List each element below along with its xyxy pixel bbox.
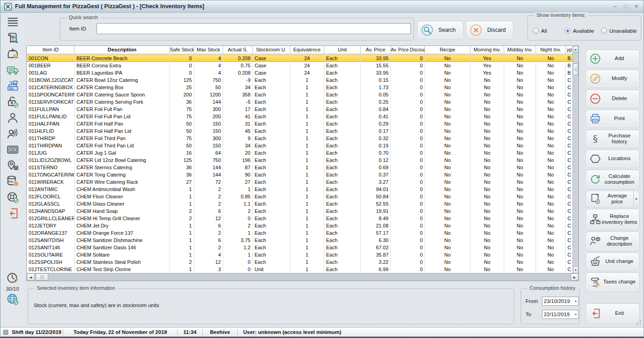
replace-inventory-items-button[interactable]: Replace inventory items [586,209,639,230]
cash-register-icon[interactable] [5,79,20,93]
table-row[interactable]: 001BEERBEER Corona Extra040.75Case24Each… [27,62,572,69]
user-id-icon[interactable] [5,127,20,141]
table-row[interactable]: 012SSPOLISHCHEM Stainless Steal Polish21… [27,258,572,266]
table-row[interactable]: 012ORANGE137CHEM Orange Force 137121Each… [27,229,572,237]
table-row[interactable]: 011THIRDPANCATER Foil Third Pan Lid50150… [27,142,572,149]
table-row[interactable]: 012HANDSOAPCHEM Hand Soap262Each1Each19.… [27,207,572,215]
table-row[interactable]: 012ANTIMICCHEM Antimicrobial Wash121Each… [27,186,572,193]
table-row[interactable]: 012SANITDISHCHEM Sanitizer Dishmachine16… [27,237,572,244]
column-header[interactable]: Unit [324,46,361,54]
table-row[interactable]: 011BOWL12OZCATCATER Bowl 12oz Catering12… [27,76,572,84]
database-icon[interactable] [5,175,20,188]
table-row[interactable]: 001CONBEER Concrete Beach040.208Case24Ea… [27,55,572,62]
table-row[interactable]: 011WIRERACKCATER Wire Catering Rack27722… [27,178,572,186]
unit-change-button[interactable]: Unit change [586,252,639,271]
shift-clock-icon[interactable] [5,272,20,285]
delivery-truck-icon[interactable] [5,63,20,77]
column-header[interactable]: Description [75,46,170,54]
vertical-scrollbar[interactable]: ▲ ▼ [572,46,578,273]
calculate-consumption-button[interactable]: Calculate consumption [586,170,639,189]
table-row[interactable]: 011LID12OZBOWLCATER Lid 12oz Bowl Cateri… [27,156,572,164]
table-row[interactable]: 001LAGBEER Lagunitas IPA040.208Case24Eac… [27,69,572,76]
radio-unavailable[interactable]: Unavailable [601,28,637,34]
intake-coins-icon[interactable] [5,47,20,61]
table-row[interactable]: 011STERNOCATER Sternos Catering3614487Ea… [27,164,572,171]
column-header[interactable]: Recipe [425,46,470,54]
exit-module-icon[interactable] [5,207,20,220]
print-button[interactable]: Print [586,110,639,128]
scroll-up-arrow-icon[interactable]: ▲ [573,46,578,53]
purchase-history-button[interactable]: §Purchase history [586,130,639,148]
ring-check-icon[interactable] [5,191,20,204]
radio-available[interactable]: Available [565,28,594,34]
column-header[interactable]: Item ID [27,46,75,54]
customer-icon[interactable] [5,111,20,125]
add-button[interactable]: Add [586,50,639,68]
cell: 0 [391,229,425,237]
scroll-right-arrow-icon[interactable]: ▶ [571,273,578,281]
column-header[interactable]: Actual S. [223,46,253,54]
discard-button[interactable]: Discard [466,21,513,39]
horizontal-scroll-thumb[interactable] [36,273,48,281]
minimize-button[interactable]: – [613,2,616,11]
table-row[interactable]: 011THIRDPCATER Foil Third Pan753009Each1… [27,135,572,142]
exit-button[interactable]: Exit [586,303,639,323]
resize-grip[interactable] [636,320,641,325]
table-row[interactable]: 011CATERINGBOXCATER Catering Box255034Ea… [27,84,572,91]
horizontal-scrollbar[interactable]: ◀ ▶ [27,273,578,281]
search-button[interactable]: Search [417,21,463,39]
delete-button[interactable]: Delete [586,90,639,108]
menu-icon[interactable] [5,15,20,29]
from-date-select[interactable]: 23/10/2019 ▾ [542,297,578,306]
cell: 012SANITDISH [27,237,75,244]
taxes-change-button[interactable]: Taxes change [586,272,639,292]
table-row[interactable]: 011SPOONCATERINCATER Catering Sauce Spoo… [27,91,572,98]
lock-check-icon[interactable] [5,95,20,109]
radio-all[interactable]: All [533,28,547,34]
table-row[interactable]: 011HALFPANCATER Foil Half Pan5015031Each… [27,120,572,127]
table-row[interactable]: 011TONGCATERINGCATER Tong Catering361449… [27,171,572,178]
column-header[interactable]: Av. Price [361,46,391,54]
scroll-left-arrow-icon[interactable]: ◀ [27,273,35,281]
table-row[interactable]: 012GRILLCLEANERCHEM Hi Temp Grill Cleane… [27,215,572,222]
column-header[interactable]: Equivalence [290,46,324,54]
table-row[interactable]: 011SERVFORKCATCATER Catering Serving For… [27,98,572,106]
item-id-input[interactable] [97,23,411,34]
column-header[interactable]: Safe Stock [170,46,194,54]
table-row[interactable]: 012SANIT146CHEM Sanitizer Oasis 146121.2… [27,244,572,251]
table-row[interactable]: 012JETDRYCHEM Jet Dry162Each1Each21.080N… [27,222,572,229]
column-header[interactable]: Av. Price Discount [391,46,425,54]
to-date-select[interactable]: 22/11/2019 ▾ [542,310,578,319]
change-description-button[interactable]: Change description [586,232,639,251]
table-row[interactable]: 011HLFLIDCATER Foil Half Pan Lid5015045E… [27,127,572,135]
table-row[interactable]: 012TESTCLORINECHEM Test Strip Clorine130… [27,266,572,273]
globe-check-icon[interactable] [5,293,20,306]
button-label: Delete [602,96,637,101]
status-shift-day: Shift day 11/22/2019 [12,329,63,335]
cell: 0 [391,244,425,251]
column-header[interactable]: Morning Inv. [470,46,504,54]
keypad-icon[interactable] [5,143,20,156]
column-header[interactable]: Stockroom U. [253,46,290,54]
maximize-button[interactable]: □ [624,2,628,11]
receipt-search-icon[interactable] [5,31,20,45]
table-row[interactable]: 011FULLPANCATER Foil Full Pan7530017Each… [27,106,572,113]
close-button[interactable]: × [634,2,638,11]
cell: 12 [194,215,223,222]
dropdown-arrow-icon[interactable]: ▾ [634,191,637,207]
scroll-down-arrow-icon[interactable]: ▼ [573,267,578,273]
table-row[interactable]: 012GLASSCLCHEM Glass Cleaner121.1Each1Ea… [27,200,572,207]
column-header[interactable]: Midday Inv. [504,46,536,54]
cell: No [504,106,536,113]
vertical-scroll-thumb[interactable] [573,63,578,75]
modify-button[interactable]: Modify [586,70,639,88]
table-row[interactable]: 011FULLPANLIDCATER Foil Full Pan Lid7520… [27,113,572,120]
average-price-button[interactable]: Average price▾ [586,191,639,207]
locations-button[interactable]: Locations [586,150,639,168]
table-row[interactable]: 011JUGCATER Jug 1 Gal166420Each1Each0.70… [27,149,572,156]
table-row[interactable]: 012SOLITAIRECHEM Solitare141Each1Each35.… [27,251,572,258]
column-header[interactable]: Max Stock [194,46,223,54]
store-pin-icon[interactable] [5,159,20,172]
table-row[interactable]: 012FLOORCLCHEM Floor Cleaner120.85Each1E… [27,193,572,200]
column-header[interactable]: Night Inv. [536,46,566,54]
